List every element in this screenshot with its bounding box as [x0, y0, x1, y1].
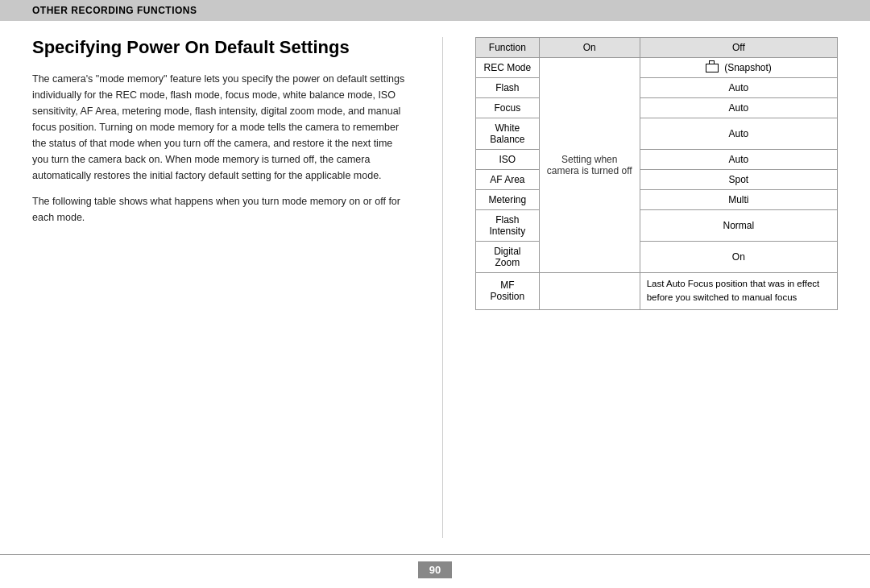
off-cell: Auto — [640, 118, 837, 150]
table-row: White Balance Auto — [476, 118, 838, 150]
snapshot-icon — [706, 64, 719, 72]
on-merged-text: Setting when camera is turned off — [547, 154, 632, 176]
function-cell: White Balance — [476, 118, 540, 150]
col-header-on: On — [539, 38, 640, 58]
table-row: AF Area Spot — [476, 170, 838, 190]
function-cell: Metering — [476, 190, 540, 210]
off-cell: Multi — [640, 190, 837, 210]
on-cell-mf — [539, 273, 640, 310]
off-cell: (Snapshot) — [640, 58, 837, 78]
off-cell: Auto — [640, 98, 837, 118]
page-title: Specifying Power On Default Settings — [32, 37, 410, 58]
table-row: REC Mode Setting when camera is turned o… — [476, 58, 838, 78]
on-merged-cell: Setting when camera is turned off — [539, 58, 640, 273]
off-cell: Auto — [640, 150, 837, 170]
off-cell: Auto — [640, 78, 837, 98]
table-row: MF Position Last Auto Focus position tha… — [476, 273, 838, 310]
table-row: Flash Auto — [476, 78, 838, 98]
table-row: ISO Auto — [476, 150, 838, 170]
table-row: Digital Zoom On — [476, 242, 838, 273]
function-cell: ISO — [476, 150, 540, 170]
footer-bar: 90 — [0, 554, 870, 588]
function-cell: Focus — [476, 98, 540, 118]
function-cell: AF Area — [476, 170, 540, 190]
body-paragraph-2: The following table shows what happens w… — [32, 193, 410, 226]
content-area: Specifying Power On Default Settings The… — [0, 21, 870, 554]
body-paragraph-1: The camera's "mode memory" feature lets … — [32, 71, 410, 184]
off-cell: On — [640, 242, 837, 273]
right-column: Function On Off REC Mode Setting when ca… — [475, 37, 838, 538]
col-header-off: Off — [640, 38, 837, 58]
page-container: OTHER RECORDING FUNCTIONS Specifying Pow… — [0, 0, 870, 588]
col-header-function: Function — [476, 38, 540, 58]
page-number: 90 — [418, 561, 452, 578]
function-cell: MF Position — [476, 273, 540, 310]
left-column: Specifying Power On Default Settings The… — [32, 37, 410, 538]
header-bar: OTHER RECORDING FUNCTIONS — [0, 0, 870, 21]
settings-table: Function On Off REC Mode Setting when ca… — [475, 37, 838, 310]
off-cell: Spot — [640, 170, 837, 190]
table-row: Metering Multi — [476, 190, 838, 210]
off-cell: Last Auto Focus position that was in eff… — [640, 273, 837, 310]
off-cell: Normal — [640, 210, 837, 242]
table-row: Focus Auto — [476, 98, 838, 118]
function-cell: Digital Zoom — [476, 242, 540, 273]
off-value-rec: (Snapshot) — [724, 62, 772, 73]
function-cell: Flash Intensity — [476, 210, 540, 242]
table-row: Flash Intensity Normal — [476, 210, 838, 242]
header-label: OTHER RECORDING FUNCTIONS — [32, 5, 197, 16]
vertical-divider — [442, 37, 443, 538]
function-cell: Flash — [476, 78, 540, 98]
function-cell: REC Mode — [476, 58, 540, 78]
